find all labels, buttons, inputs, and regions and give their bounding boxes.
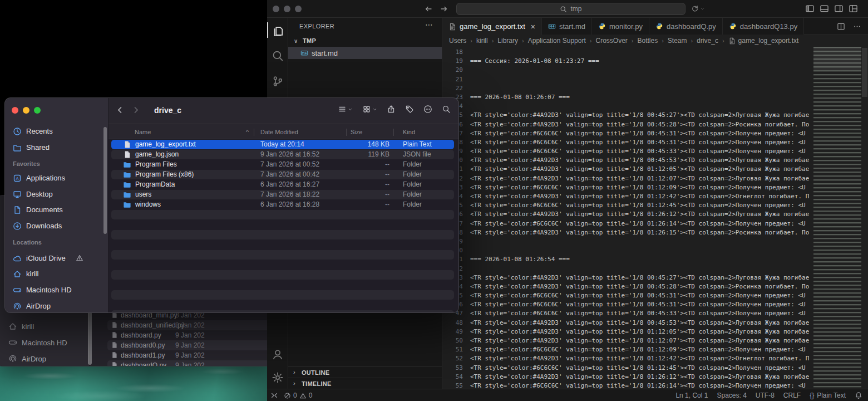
sidebar-item-macintosh-hd[interactable]: Macintosh HD [8,283,103,297]
split-editor-icon[interactable] [837,22,845,31]
sidebar-item-airdrop[interactable]: AirDrop [8,299,103,313]
sidebar-item-downloads[interactable]: Downloads [8,219,103,233]
share-icon[interactable] [387,105,396,114]
group-by-button[interactable] [362,105,377,114]
editor[interactable]: 1819=== Сессия: 2026-01-08 01:23:27 ===2… [442,47,868,389]
toggle-sidebar-icon[interactable] [805,4,815,13]
breadcrumb-item-Bottles[interactable]: Bottles [637,37,658,45]
customize-layout-icon[interactable] [849,4,858,13]
file-row-ProgramData[interactable]: ProgramData6 Jan 2026 at 16:27--Folder [108,179,458,189]
sidebar-item-icloud-drive[interactable]: iCloud Drive [8,251,103,266]
breadcrumb-item-drive_c[interactable]: drive_c [697,37,718,45]
tab-game_log_export.txt[interactable]: game_log_export.txt× [442,18,542,35]
problems-status[interactable]: 0 0 [284,392,312,399]
explorer-section-tmp[interactable]: ∨ TMP [288,35,442,47]
remote-indicator-icon[interactable] [270,392,278,399]
file-row-Program Files[interactable]: Program Files7 Jan 2026 at 00:52--Folder [108,159,458,169]
back-file-row-dashboardQ.py[interactable]: dashboardQ.py9 Jan 202 [106,360,272,366]
back-file-row-dashboard0.py[interactable]: dashboard0.py9 Jan 202 [106,340,272,350]
file-size: -- [342,180,389,188]
sidebar-item-documents[interactable]: Documents [8,203,103,217]
notifications-bell-icon[interactable] [855,392,862,399]
line-text: <TR style='color:#4A92D3' valign=top tit… [470,210,809,219]
back-sidebar-item-kirill[interactable]: kirill [0,319,89,334]
column-divider[interactable] [254,129,254,136]
window-zoom-button[interactable] [295,6,302,12]
finder-back-sidebar-scrollbar[interactable] [88,311,92,365]
outline-panel-header[interactable]: › OUTLINE [288,366,442,378]
breadcrumb-item-Users[interactable]: Users [449,37,466,45]
close-tab-icon[interactable]: × [531,22,535,31]
forward-icon[interactable] [131,105,141,115]
explorer-more-actions-icon[interactable]: ⋯ [425,20,433,29]
zoom-button[interactable] [34,107,41,114]
tab-dashboardQ13.py[interactable]: dashboardQ13.py [723,18,804,35]
command-center-search[interactable]: tmp [456,3,685,15]
file-row-users[interactable]: users7 Jan 2026 at 18:22--Folder [108,189,458,199]
breadcrumb-item-kirill[interactable]: kirill [476,37,488,45]
file-row-game_log.json[interactable]: game_log.json9 Jan 2026 at 16:52119 KBJS… [108,149,458,159]
timeline-panel-header[interactable]: › TIMELINE [288,378,442,389]
back-sidebar-item-airdrop[interactable]: AirDrop [0,351,89,366]
window-close-button[interactable] [273,6,279,12]
toggle-panel-icon[interactable] [820,4,829,13]
back-sidebar-item-macintosh-hd[interactable]: Macintosh HD [0,335,89,350]
view-options-button[interactable] [338,105,353,114]
toggle-secondary-sidebar-icon[interactable] [834,4,844,13]
search-view-icon[interactable] [271,49,284,62]
close-button[interactable] [12,107,18,114]
settings-gear-icon[interactable] [271,371,284,384]
minimap[interactable] [813,47,861,389]
minimize-button[interactable] [23,107,29,114]
more-actions-icon[interactable] [423,105,432,114]
column-kind[interactable]: Kind [403,129,415,135]
back-icon[interactable] [115,105,125,115]
explorer-item-start.md[interactable]: start.md [288,47,442,59]
sidebar-item-applications[interactable]: AApplications [8,171,103,185]
history-forward-icon[interactable] [440,4,448,13]
encoding[interactable]: UTF-8 [756,392,775,399]
column-date-modified[interactable]: Date Modified [260,129,298,135]
search-icon[interactable] [442,105,451,114]
breadcrumb-file[interactable]: game_log_export.txt [728,37,799,45]
layout-refresh-button[interactable] [691,4,705,12]
explorer-view-icon[interactable] [271,23,284,37]
minimap-slider[interactable] [813,47,861,70]
file-row-windows[interactable]: windows6 Jan 2026 at 16:28--Folder [108,199,458,209]
breadcrumb-item-Steam[interactable]: Steam [668,37,687,45]
tab-dashboardQ.py[interactable]: dashboardQ.py [649,18,723,35]
language-mode[interactable]: {} Plain Text [810,392,846,399]
editor-scrollbar[interactable] [862,48,867,97]
file-row-game_log_export.txt[interactable]: game_log_export.txtToday at 20:14148 KBP… [108,139,458,149]
tag-icon[interactable] [405,105,414,114]
column-size[interactable]: Size [351,129,362,135]
back-file-row-dashboard1.py[interactable]: dashboard1.py9 Jan 202 [106,350,272,360]
cursor-position[interactable]: Ln 1, Col 1 [675,392,708,399]
line-text: === 2026-01-08 01:26:54 === [470,255,570,264]
indentation[interactable]: Spaces: 4 [717,392,746,399]
sidebar-item-shared[interactable]: Shared [8,140,103,155]
sidebar-scrollbar[interactable] [103,127,107,234]
column-divider[interactable] [346,129,347,136]
sidebar-item-desktop[interactable]: Desktop [8,187,103,202]
history-back-icon[interactable] [424,4,433,13]
document-icon [111,361,118,366]
sidebar-item-recents[interactable]: Recents [8,124,103,139]
accounts-icon[interactable] [271,348,284,361]
source-control-icon[interactable] [271,75,284,88]
breadcrumb-item-Library[interactable]: Library [497,37,518,45]
tab-start.md[interactable]: start.md [542,18,592,35]
tab-monitor.py[interactable]: monitor.py [592,18,649,35]
breadcrumb-item-Application Support[interactable]: Application Support [528,37,586,45]
back-file-row-dashboard_unified.py[interactable]: dashboard_unified.py8 Jan 202 [106,320,272,330]
eol-sequence[interactable]: CRLF [783,392,801,399]
sidebar-item-kirill[interactable]: kirill [8,267,103,281]
column-divider[interactable] [393,129,394,136]
column-name[interactable]: Name [135,129,151,135]
window-minimize-button[interactable] [284,6,290,12]
more-actions-icon[interactable] [853,22,861,31]
file-row-Program Files (x86)[interactable]: Program Files (x86)7 Jan 2026 at 00:42--… [108,169,458,179]
list-view-icon [338,105,347,114]
breadcrumb-item-CrossOver[interactable]: CrossOver [595,37,627,45]
back-file-row-dashboard.py[interactable]: dashboard.py9 Jan 202 [106,330,272,340]
